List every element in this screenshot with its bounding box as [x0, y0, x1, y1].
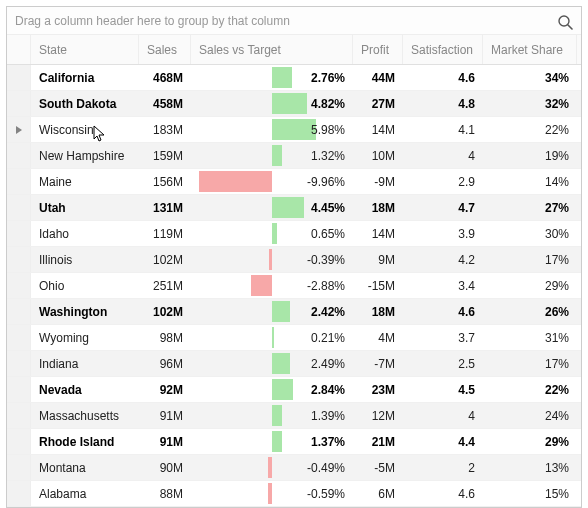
table-row[interactable]: Ohio251M-2.88%-15M3.429% [7, 273, 581, 299]
table-row[interactable]: Alabama88M-0.59%6M4.615% [7, 481, 581, 507]
cell-satisfaction[interactable]: 4.7 [403, 195, 483, 220]
cell-market-share[interactable]: 17% [483, 351, 577, 376]
cell-satisfaction[interactable]: 4 [403, 143, 483, 168]
cell-market-share[interactable]: 24% [483, 403, 577, 428]
cell-market-share[interactable]: 32% [483, 91, 577, 116]
cell-sales[interactable]: 468M [139, 65, 191, 90]
cell-market-share[interactable]: 31% [483, 325, 577, 350]
cell-sales[interactable]: 183M [139, 117, 191, 142]
cell-satisfaction[interactable]: 4 [403, 403, 483, 428]
cell-sales-vs-target[interactable]: -2.88% [191, 273, 353, 298]
cell-sales[interactable]: 98M [139, 325, 191, 350]
table-row[interactable]: California468M2.76%44M4.634% [7, 65, 581, 91]
cell-profit[interactable]: -7M [353, 351, 403, 376]
search-icon[interactable] [557, 12, 573, 28]
cell-satisfaction[interactable]: 3.9 [403, 221, 483, 246]
column-header-sales[interactable]: Sales [139, 35, 191, 64]
cell-profit[interactable]: 27M [353, 91, 403, 116]
cell-profit[interactable]: 18M [353, 299, 403, 324]
cell-satisfaction[interactable]: 2.9 [403, 169, 483, 194]
column-header-market-share[interactable]: Market Share [483, 35, 577, 64]
cell-satisfaction[interactable]: 4.6 [403, 481, 483, 506]
cell-sales-vs-target[interactable]: 0.65% [191, 221, 353, 246]
table-row[interactable]: Wyoming98M0.21%4M3.731% [7, 325, 581, 351]
cell-market-share[interactable]: 17% [483, 247, 577, 272]
table-row[interactable]: Washington102M2.42%18M4.626% [7, 299, 581, 325]
cell-state[interactable]: Wyoming [31, 325, 139, 350]
cell-state[interactable]: Nevada [31, 377, 139, 402]
cell-profit[interactable]: 6M [353, 481, 403, 506]
cell-profit[interactable]: -15M [353, 273, 403, 298]
cell-market-share[interactable]: 19% [483, 143, 577, 168]
cell-satisfaction[interactable]: 2.5 [403, 351, 483, 376]
table-row[interactable]: Wisconsin183M5.98%14M4.122% [7, 117, 581, 143]
table-row[interactable]: New Hampshire159M1.32%10M419% [7, 143, 581, 169]
table-row[interactable]: Illinois102M-0.39%9M4.217% [7, 247, 581, 273]
cell-market-share[interactable]: 22% [483, 377, 577, 402]
cell-satisfaction[interactable]: 2 [403, 455, 483, 480]
cell-state[interactable]: South Dakota [31, 91, 139, 116]
cell-profit[interactable]: 12M [353, 403, 403, 428]
cell-sales-vs-target[interactable]: 2.76% [191, 65, 353, 90]
cell-sales-vs-target[interactable]: 2.84% [191, 377, 353, 402]
cell-profit[interactable]: 4M [353, 325, 403, 350]
cell-state[interactable]: California [31, 65, 139, 90]
cell-profit[interactable]: 14M [353, 221, 403, 246]
table-row[interactable]: Maine156M-9.96%-9M2.914% [7, 169, 581, 195]
cell-satisfaction[interactable]: 3.4 [403, 273, 483, 298]
cell-state[interactable]: Rhode Island [31, 429, 139, 454]
cell-state[interactable]: Washington [31, 299, 139, 324]
cell-sales[interactable]: 156M [139, 169, 191, 194]
cell-sales[interactable]: 131M [139, 195, 191, 220]
cell-satisfaction[interactable]: 4.8 [403, 91, 483, 116]
cell-market-share[interactable]: 22% [483, 117, 577, 142]
cell-satisfaction[interactable]: 4.6 [403, 65, 483, 90]
cell-satisfaction[interactable]: 4.5 [403, 377, 483, 402]
cell-sales[interactable]: 159M [139, 143, 191, 168]
cell-profit[interactable]: 14M [353, 117, 403, 142]
cell-profit[interactable]: -9M [353, 169, 403, 194]
group-panel[interactable]: Drag a column header here to group by th… [7, 7, 581, 35]
cell-profit[interactable]: 21M [353, 429, 403, 454]
cell-state[interactable]: Illinois [31, 247, 139, 272]
cell-profit[interactable]: 18M [353, 195, 403, 220]
table-row[interactable]: Montana90M-0.49%-5M213% [7, 455, 581, 481]
cell-sales[interactable]: 91M [139, 429, 191, 454]
cell-sales[interactable]: 102M [139, 299, 191, 324]
cell-sales[interactable]: 90M [139, 455, 191, 480]
cell-profit[interactable]: 9M [353, 247, 403, 272]
cell-sales-vs-target[interactable]: 4.82% [191, 91, 353, 116]
cell-satisfaction[interactable]: 4.2 [403, 247, 483, 272]
cell-state[interactable]: Wisconsin [31, 117, 139, 142]
cell-sales-vs-target[interactable]: 4.45% [191, 195, 353, 220]
cell-sales-vs-target[interactable]: 0.21% [191, 325, 353, 350]
cell-market-share[interactable]: 15% [483, 481, 577, 506]
cell-sales-vs-target[interactable]: 2.49% [191, 351, 353, 376]
table-row[interactable]: Nevada92M2.84%23M4.522% [7, 377, 581, 403]
cell-state[interactable]: Ohio [31, 273, 139, 298]
cell-sales[interactable]: 119M [139, 221, 191, 246]
cell-profit[interactable]: -5M [353, 455, 403, 480]
cell-state[interactable]: Idaho [31, 221, 139, 246]
cell-state[interactable]: Alabama [31, 481, 139, 506]
cell-satisfaction[interactable]: 4.4 [403, 429, 483, 454]
column-header-state[interactable]: State [31, 35, 139, 64]
cell-sales-vs-target[interactable]: 1.32% [191, 143, 353, 168]
cell-market-share[interactable]: 30% [483, 221, 577, 246]
column-header-sales-vs-target[interactable]: Sales vs Target [191, 35, 353, 64]
cell-state[interactable]: Maine [31, 169, 139, 194]
cell-sales[interactable]: 102M [139, 247, 191, 272]
cell-satisfaction[interactable]: 4.1 [403, 117, 483, 142]
cell-profit[interactable]: 44M [353, 65, 403, 90]
cell-satisfaction[interactable]: 3.7 [403, 325, 483, 350]
cell-sales[interactable]: 88M [139, 481, 191, 506]
cell-sales-vs-target[interactable]: -0.49% [191, 455, 353, 480]
cell-profit[interactable]: 23M [353, 377, 403, 402]
cell-state[interactable]: Massachusetts [31, 403, 139, 428]
cell-state[interactable]: Indiana [31, 351, 139, 376]
table-row[interactable]: Idaho119M0.65%14M3.930% [7, 221, 581, 247]
cell-market-share[interactable]: 27% [483, 195, 577, 220]
cell-market-share[interactable]: 26% [483, 299, 577, 324]
cell-state[interactable]: New Hampshire [31, 143, 139, 168]
cell-sales[interactable]: 91M [139, 403, 191, 428]
